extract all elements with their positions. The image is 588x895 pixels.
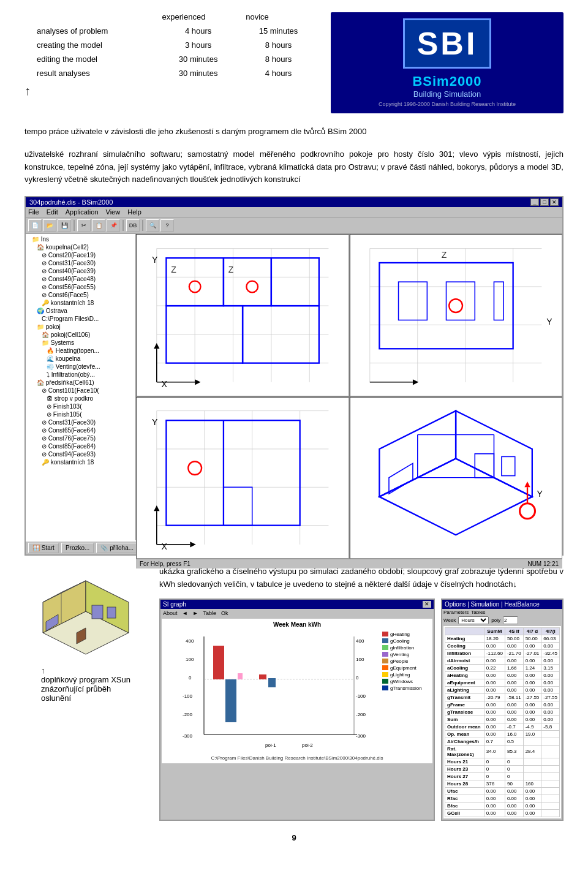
row-value: 376 bbox=[484, 780, 505, 787]
graph-table-btn[interactable]: Table bbox=[203, 610, 216, 616]
toolbar-db[interactable]: DB bbox=[126, 219, 140, 232]
svg-rect-36 bbox=[494, 282, 504, 320]
tree-item[interactable]: 🏚 strop v podkro bbox=[27, 395, 134, 402]
toolbar-save[interactable]: 💾 bbox=[58, 219, 71, 232]
graph-filepath: C:\Program Files\Danish Building Researc… bbox=[164, 755, 430, 761]
row-value: 0.00 bbox=[484, 679, 505, 686]
row-value: 0.00 bbox=[505, 802, 523, 809]
menu-help[interactable]: Help bbox=[127, 208, 141, 216]
tree-item[interactable]: ⊘ Const49(Face48) bbox=[27, 275, 134, 283]
graph-ok-btn[interactable]: Ok bbox=[221, 610, 228, 616]
table-row: analyses of problem 4 hours 15 minutes bbox=[24, 24, 318, 38]
graph-close-btn[interactable]: ✕ bbox=[423, 601, 431, 608]
row-value: 0.00 bbox=[484, 708, 505, 716]
taskbar-priloha[interactable]: 📎 příloha... bbox=[96, 543, 138, 553]
row-label: Cooling bbox=[445, 642, 484, 649]
toolbar-paste[interactable]: 📌 bbox=[107, 219, 120, 232]
tree-item[interactable]: 🔑 konstantních 18 bbox=[27, 458, 134, 466]
col-experienced: experienced bbox=[147, 12, 221, 21]
toolbar-zoom[interactable]: 🔍 bbox=[146, 219, 159, 232]
row-label: Op. mean bbox=[445, 730, 484, 738]
table-row: Hours 2837690160 bbox=[445, 780, 560, 787]
tree-item[interactable]: 🏠 předsíňka(Cell61) bbox=[27, 379, 134, 387]
tree-item[interactable]: 📁 pokoj bbox=[27, 323, 134, 331]
graph-back-btn[interactable]: ◄ bbox=[183, 610, 188, 616]
tree-item[interactable]: ⊘ Const6(Face5) bbox=[27, 291, 134, 299]
menu-file[interactable]: File bbox=[28, 208, 39, 216]
toolbar-open[interactable]: 📂 bbox=[43, 219, 56, 232]
tree-item[interactable]: ⊘ Const56(Face55) bbox=[27, 283, 134, 291]
tab-tables[interactable]: Tables bbox=[471, 610, 485, 615]
row-value: 0.00 bbox=[523, 686, 541, 693]
tree-item[interactable]: ⊘ Const94(Face93) bbox=[27, 450, 134, 458]
viewport-section[interactable]: Y X bbox=[136, 397, 349, 559]
tree-item[interactable]: C:\Program Files\D... bbox=[27, 315, 134, 323]
row-value: 18.20 bbox=[484, 635, 505, 642]
taskbar-prozko[interactable]: Prozko... bbox=[61, 543, 94, 553]
tree-item[interactable]: ⊘ Finish103( bbox=[27, 402, 134, 410]
graph-fwd-btn[interactable]: ► bbox=[192, 610, 198, 616]
tree-item[interactable]: 📁 Ins bbox=[27, 235, 134, 243]
legend-heating: gHeating bbox=[382, 632, 429, 637]
tree-item[interactable]: ⊘ Const65(Face64) bbox=[27, 426, 134, 434]
viewport-floorplan[interactable]: X Y Z Z bbox=[136, 234, 349, 396]
tree-item[interactable]: 🔑 konstantních 18 bbox=[27, 299, 134, 307]
tree-item[interactable]: ⊘ Const40(Face39) bbox=[27, 267, 134, 275]
tree-item[interactable]: ⊘ Const101(Face10( bbox=[27, 387, 134, 395]
tree-item[interactable]: ⊘ Const76(Face75) bbox=[27, 434, 134, 442]
table-row: Rat. Max(zone1)34.085.328.4 bbox=[445, 745, 560, 758]
legend-label-venting: gVenting bbox=[390, 652, 409, 657]
tree-item[interactable]: 🌊 koupelna bbox=[27, 355, 134, 363]
tree-item[interactable]: 🏠 pokoj(Cell106) bbox=[27, 331, 134, 339]
table-header-row: SumM 4S If 4I7 d 4I7(l bbox=[445, 627, 560, 635]
tree-item[interactable]: ⊘ Const20(Face19) bbox=[27, 251, 134, 259]
taskbar-start[interactable]: 🪟 Start bbox=[28, 543, 59, 553]
week-select[interactable]: Hours bbox=[458, 616, 489, 624]
tree-item[interactable]: 💨 Venting(otevře... bbox=[27, 363, 134, 371]
row-value: 0.00 bbox=[523, 809, 541, 817]
tree-item[interactable]: ⊘ Const31(Face30) bbox=[27, 418, 134, 426]
tree-item[interactable]: ⤵ Infiltration(obý... bbox=[27, 371, 134, 379]
row-label-editing: editing the model bbox=[24, 52, 158, 66]
svg-text:100: 100 bbox=[186, 657, 194, 662]
tree-item[interactable]: 🔥 Heating(topen... bbox=[27, 347, 134, 355]
toolbar-cut[interactable]: ✂ bbox=[77, 219, 91, 232]
poly-input[interactable] bbox=[503, 616, 518, 624]
tab-parameters[interactable]: Parameters bbox=[443, 610, 469, 615]
legend-transmission: gTransmission bbox=[382, 685, 429, 691]
tree-item[interactable]: ⊘ Const31(Face30) bbox=[27, 259, 134, 267]
tree-item[interactable]: 🏠 koupelna(Cell2) bbox=[27, 243, 134, 251]
toolbar-copy[interactable]: 📋 bbox=[92, 219, 105, 232]
tree-item[interactable]: ⊘ Const85(Face84) bbox=[27, 442, 134, 450]
menu-application[interactable]: Application bbox=[66, 208, 99, 216]
tree-panel[interactable]: 📁 Ins 🏠 koupelna(Cell2) ⊘ Const20(Face19… bbox=[26, 234, 136, 540]
row-value: 50.00 bbox=[523, 635, 541, 642]
legend-label-equipment: gEquipment bbox=[390, 665, 417, 671]
svg-text:Z: Z bbox=[171, 264, 176, 274]
tree-item[interactable]: 🌍 Ostrava bbox=[27, 307, 134, 315]
viewport-3d[interactable]: Y bbox=[350, 397, 563, 559]
close-button[interactable]: ✕ bbox=[550, 198, 559, 206]
viewport-elevation[interactable]: Z Y bbox=[350, 234, 563, 396]
table-area: experienced novice analyses of problem 4… bbox=[24, 12, 318, 113]
table-row: dAirmoist0.000.000.000.00 bbox=[445, 657, 560, 664]
row-val-result-exp: 30 minutes bbox=[158, 66, 238, 80]
row-value: 0.7 bbox=[484, 738, 505, 745]
toolbar-help[interactable]: ? bbox=[160, 219, 174, 232]
table-row: gTransmit-20.79-58.11-27.55-27.55 bbox=[445, 693, 560, 701]
svg-rect-12 bbox=[271, 258, 319, 306]
minimize-button[interactable]: _ bbox=[530, 198, 539, 206]
legend-infiltration: gInfiltration bbox=[382, 645, 429, 651]
chart-area: -300 -200 -100 0 100 400 -300 -200 -1 bbox=[164, 630, 430, 753]
toolbar-new[interactable]: 📄 bbox=[28, 219, 42, 232]
tree-item[interactable]: 📁 Systems bbox=[27, 339, 134, 347]
menu-edit[interactable]: Edit bbox=[47, 208, 58, 216]
tree-item[interactable]: ⊘ Finish105( bbox=[27, 410, 134, 418]
menu-view[interactable]: View bbox=[106, 208, 121, 216]
page-content: experienced novice analyses of problem 4… bbox=[0, 0, 588, 855]
bsim-window[interactable]: 304podruhé.dis - BSim2000 _ □ ✕ File Edi… bbox=[24, 196, 564, 556]
graph-about-btn[interactable]: About bbox=[163, 610, 178, 616]
bsim-title: BSim2000 bbox=[412, 74, 481, 89]
svg-rect-106 bbox=[268, 678, 276, 687]
maximize-button[interactable]: □ bbox=[540, 198, 549, 206]
